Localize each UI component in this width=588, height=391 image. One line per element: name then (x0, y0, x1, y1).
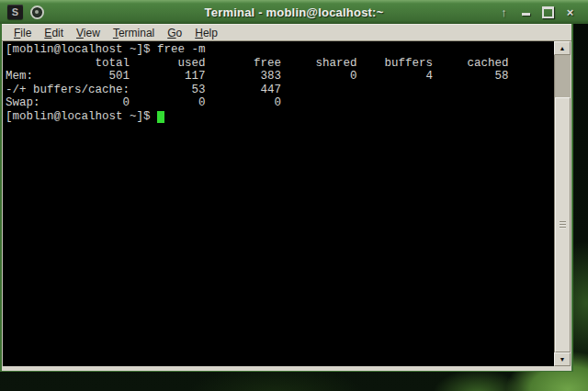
terminal-screen[interactable]: [moblin@localhost ~]$ free -m total used… (2, 41, 554, 366)
tray-logo-icon[interactable]: S (7, 5, 23, 19)
menu-help[interactable]: Help (188, 27, 224, 39)
minimize-window-icon[interactable] (519, 5, 533, 19)
terminal-prompt-line: [moblin@localhost ~]$ (6, 110, 554, 124)
menu-edit[interactable]: Edit (38, 27, 70, 39)
terminal-line: Swap: 0 0 0 (6, 96, 554, 110)
menu-terminal[interactable]: Terminal (107, 27, 161, 39)
system-tray: S (7, 0, 44, 24)
menu-file[interactable]: File (7, 27, 38, 39)
scrollbar-trough[interactable] (554, 55, 571, 352)
window-controls: ↑ × (497, 0, 577, 24)
close-window-icon[interactable]: × (563, 5, 577, 19)
menu-go[interactable]: Go (161, 27, 188, 39)
scroll-down-icon[interactable]: ▼ (554, 352, 571, 366)
terminal-line: Mem: 501 117 383 0 4 58 (6, 70, 554, 84)
menu-view[interactable]: View (70, 27, 107, 39)
terminal-content: [moblin@localhost ~]$ free -m total used… (2, 40, 571, 366)
titlebar: S Terminal - moblin@localhost:~ ↑ × (0, 0, 588, 24)
desktop: { "titlebar": { "title": "Terminal - mob… (0, 0, 588, 391)
maximize-window-icon[interactable] (541, 5, 555, 19)
scrollbar-thumb[interactable] (555, 97, 571, 352)
terminal-window: File Edit View Terminal Go Help [moblin@… (0, 24, 573, 372)
window-bottom-border (2, 366, 571, 371)
scroll-up-icon[interactable]: ▲ (554, 41, 571, 55)
terminal-line: [moblin@localhost ~]$ free -m (6, 43, 554, 57)
tray-status-icon[interactable] (30, 6, 44, 19)
terminal-line: total used free shared buffers cached (6, 57, 554, 71)
terminal-prompt: [moblin@localhost ~]$ (6, 110, 157, 123)
scrollbar-grip (560, 221, 566, 229)
terminal-cursor (157, 111, 164, 123)
terminal-line: -/+ buffers/cache: 53 447 (6, 84, 554, 97)
shade-window-icon[interactable]: ↑ (497, 5, 511, 19)
terminal-scrollbar: ▲ ▼ (554, 41, 571, 366)
menubar: File Edit View Terminal Go Help (2, 24, 571, 40)
